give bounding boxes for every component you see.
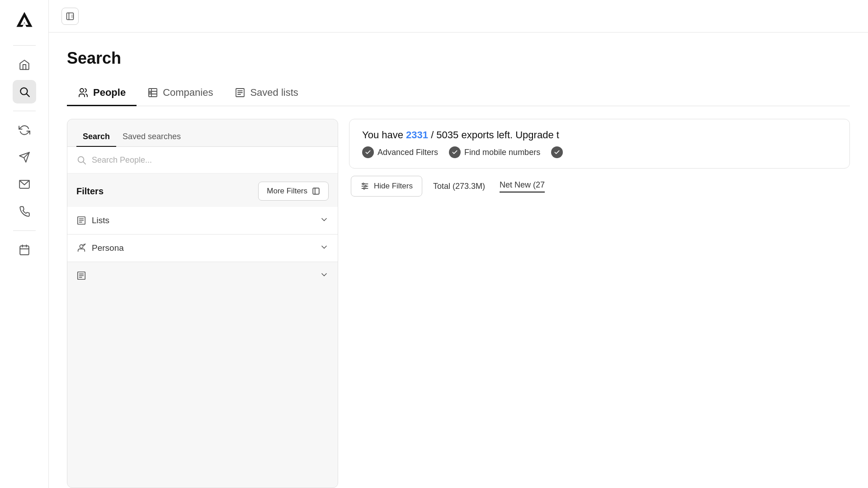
- tab-saved-lists-label: Saved lists: [250, 87, 298, 99]
- sidebar-divider-bottom: [13, 230, 36, 231]
- filters-header: Filters More Filters: [67, 174, 338, 207]
- content-area: Search Saved searches Filters: [67, 119, 850, 488]
- panel-tab-search[interactable]: Search: [76, 127, 116, 147]
- hide-filters-button[interactable]: Hide Filters: [351, 176, 422, 197]
- feature-find-mobile: Find mobile numbers: [449, 146, 540, 158]
- extra-filter-icon: [76, 271, 86, 281]
- page-body: Search People: [49, 33, 868, 488]
- toggle-sidebar-button[interactable]: [61, 8, 79, 25]
- sidebar-item-mail[interactable]: [13, 173, 36, 196]
- svg-point-14: [80, 89, 84, 92]
- tab-people[interactable]: People: [67, 80, 137, 106]
- svg-point-37: [363, 183, 364, 184]
- net-new-count: Net New (27: [500, 180, 545, 192]
- panel-tabs: Search Saved searches: [67, 119, 338, 147]
- check-circle-icon: [362, 146, 374, 158]
- right-panel: You have 2331 / 5035 exports left. Upgra…: [349, 119, 850, 488]
- tab-saved-lists[interactable]: Saved lists: [224, 80, 309, 106]
- svg-line-1: [26, 94, 29, 97]
- sidebar-item-phone[interactable]: [13, 200, 36, 223]
- left-panel: Search Saved searches Filters: [67, 119, 338, 488]
- sidebar-divider-mid: [13, 111, 36, 111]
- tab-companies-label: Companies: [163, 87, 213, 99]
- sidebar-item-send[interactable]: [13, 145, 36, 169]
- tabs: People Companies: [67, 80, 850, 106]
- filter-controls-bar: Hide Filters Total (273.3M) Net New (27: [349, 176, 850, 197]
- search-input-wrap: [67, 147, 338, 174]
- sidebar-item-calendar[interactable]: [13, 238, 36, 262]
- main-content: Search People: [49, 0, 868, 488]
- upgrade-banner-text: You have 2331 / 5035 exports left. Upgra…: [362, 129, 837, 141]
- upgrade-features: Advanced Filters Find mobile numbers: [362, 146, 837, 158]
- tab-people-label: People: [93, 87, 126, 99]
- sidebar-item-search[interactable]: [13, 80, 36, 103]
- panel-expand-icon: [312, 187, 320, 195]
- filters-label: Filters: [76, 186, 104, 197]
- search-people-input[interactable]: [92, 155, 329, 165]
- total-count: Total (273.3M): [433, 182, 485, 191]
- sidebar: [0, 0, 49, 488]
- exports-count: 2331: [406, 129, 428, 141]
- check-circle-icon: [449, 146, 461, 158]
- filter-rows-container: Lists: [67, 207, 338, 488]
- results-info: Total (273.3M) Net New (27: [433, 180, 545, 192]
- sidebar-item-home[interactable]: [13, 53, 36, 76]
- check-circle-icon-extra: [551, 146, 563, 158]
- sliders-icon: [360, 182, 369, 191]
- svg-rect-5: [20, 246, 29, 255]
- filter-row-lists[interactable]: Lists: [67, 207, 338, 234]
- svg-point-38: [365, 185, 366, 187]
- upgrade-banner: You have 2331 / 5035 exports left. Upgra…: [349, 119, 850, 169]
- svg-line-21: [83, 162, 85, 164]
- list-icon: [76, 216, 86, 225]
- filter-row-extra[interactable]: [67, 262, 338, 289]
- app-logo: [14, 9, 35, 31]
- filter-row-persona[interactable]: Persona: [67, 234, 338, 262]
- chevron-down-icon: [320, 243, 329, 253]
- chevron-down-icon: [320, 215, 329, 226]
- chevron-down-icon: [320, 270, 329, 281]
- more-filters-button[interactable]: More Filters: [258, 182, 329, 201]
- top-bar: [49, 0, 868, 33]
- sidebar-item-refresh[interactable]: [13, 118, 36, 142]
- search-icon: [76, 155, 86, 165]
- persona-icon: [76, 243, 86, 253]
- panel-tab-saved-searches[interactable]: Saved searches: [116, 127, 187, 147]
- svg-point-28: [80, 245, 83, 248]
- tab-companies[interactable]: Companies: [137, 80, 224, 106]
- page-title: Search: [67, 49, 850, 68]
- sidebar-divider-top: [13, 45, 36, 46]
- svg-rect-22: [313, 188, 319, 194]
- svg-point-39: [363, 188, 365, 189]
- feature-advanced-filters: Advanced Filters: [362, 146, 438, 158]
